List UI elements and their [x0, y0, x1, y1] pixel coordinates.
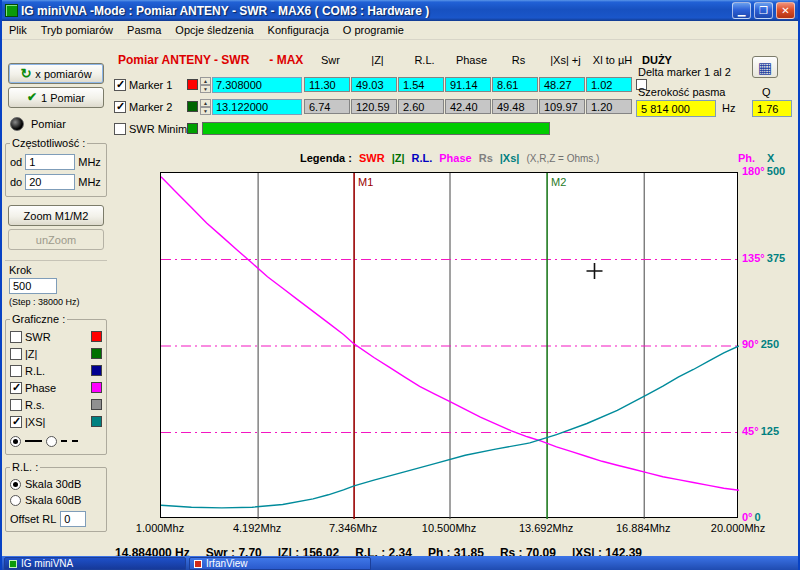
legend-xs: |Xs| [500, 152, 520, 164]
z-color-swatch [91, 348, 102, 359]
marker1-swr: 11.30 [304, 77, 350, 92]
spin-down-icon[interactable]: ▼ [200, 107, 211, 115]
marker-label-M1: M1 [358, 176, 373, 188]
marker2-phase: 42.40 [445, 99, 491, 114]
rl-checkbox[interactable] [10, 365, 22, 377]
graph-group-title: Graficzne : [10, 313, 67, 325]
app-icon [5, 4, 18, 17]
delta-calc-button[interactable]: ▦ [752, 56, 778, 78]
legend-rl: R.L. [412, 152, 433, 164]
marker1-spinner[interactable]: ▲▼ [200, 77, 211, 93]
status-rs: Rs : 70.09 [500, 546, 556, 556]
legend-phase: Phase [439, 152, 471, 164]
graph-option-rs[interactable]: R.s. [10, 396, 102, 413]
close-button[interactable]: ✕ [776, 2, 795, 19]
marker2-checkbox[interactable] [114, 101, 126, 113]
marker2-rl: 2.60 [398, 99, 444, 114]
dashed-line-radio[interactable] [46, 436, 57, 447]
status-bar: 14.884000 Hz Swr : 7.70 |Z| : 156.02 R.L… [110, 546, 798, 556]
scale-30db-radio[interactable] [10, 479, 21, 490]
refresh-icon: ↻ [20, 68, 31, 79]
titlebar[interactable]: IG miniVNA -Mode : Pomiar ANTENY - SWR -… [2, 0, 798, 21]
xs-color-swatch [91, 416, 102, 427]
graph-option-rl[interactable]: R.L. [10, 362, 102, 379]
menu-tryb-pomiarow[interactable]: Tryb pomiarów [34, 22, 120, 38]
multi-measure-button[interactable]: ↻ x pomiarów [8, 63, 104, 84]
status-z: |Z| : 156.02 [278, 546, 339, 556]
plot-area[interactable]: M1M2 [160, 172, 738, 518]
rs-checkbox[interactable] [10, 399, 22, 411]
spin-up-icon[interactable]: ▲ [200, 77, 211, 85]
marker1-xl: 1.02 [586, 77, 632, 92]
step-block: Krok (Step : 38000 Hz) [5, 260, 107, 307]
calculator-icon: ▦ [758, 60, 772, 75]
marker2-color-swatch [187, 101, 198, 112]
swr-minimum-row: SWR Minimu [114, 120, 550, 137]
graph-option-z[interactable]: |Z| [10, 345, 102, 362]
freq-to-input[interactable] [25, 174, 75, 190]
scale-60db-radio[interactable] [10, 495, 21, 506]
marker1-frequency[interactable]: 7.308000 [212, 77, 302, 93]
marker2-z: 120.59 [351, 99, 397, 114]
marker1-xs: 48.27 [539, 77, 585, 92]
marker1-row: Marker 1 ▲▼ 7.308000 11.30 49.03 1.54 91… [114, 76, 650, 93]
legend-swr: SWR [359, 152, 385, 164]
graph-option-xs[interactable]: |XS| [10, 413, 102, 430]
led-knob-icon[interactable] [10, 117, 24, 131]
maximize-button[interactable]: ❐ [754, 2, 773, 19]
marker2-label: Marker 2 [129, 101, 187, 113]
menu-o-programie[interactable]: O programie [336, 22, 411, 38]
freq-from-input[interactable] [25, 154, 75, 170]
single-measure-button[interactable]: ✔ 1 Pomiar [8, 87, 104, 108]
swr-color-swatch [91, 331, 102, 342]
bandwidth-unit: Hz [722, 102, 735, 114]
frequency-group-title: Częstotliwość : [10, 137, 87, 149]
freq-to-label: do [10, 176, 22, 188]
taskbar: IG miniVNA IrfanView [2, 556, 798, 570]
z-checkbox[interactable] [10, 348, 22, 360]
offset-rl-input[interactable] [60, 511, 86, 527]
rl-scale-30-option[interactable]: Skala 30dB [10, 476, 102, 492]
menu-opcje-sledzenia[interactable]: Opcje śledzenia [168, 22, 260, 38]
marker1-checkbox[interactable] [114, 79, 126, 91]
graph-option-swr[interactable]: SWR [10, 328, 102, 345]
menu-konfiguracja[interactable]: Konfiguracja [261, 22, 336, 38]
marker1-color-swatch [187, 79, 198, 90]
rs-color-swatch [91, 399, 102, 410]
taskbar-item-irfanview[interactable]: IrfanView [189, 557, 371, 570]
freq-from-unit: MHz [78, 156, 101, 168]
minimize-button[interactable]: ▁ [732, 2, 751, 19]
marker2-spinner[interactable]: ▲▼ [200, 99, 211, 115]
menu-pasma[interactable]: Pasma [120, 22, 168, 38]
spin-down-icon[interactable]: ▼ [200, 85, 211, 93]
marker2-xs: 109.97 [539, 99, 585, 114]
cursor-crosshair [587, 263, 603, 279]
menubar: Plik Tryb pomiarów Pasma Opcje śledzenia… [2, 21, 798, 40]
marker1-z: 49.03 [351, 77, 397, 92]
col-swr: Swr [307, 54, 354, 66]
line-style-row [10, 432, 102, 450]
right-axis-label: 135°375 [742, 252, 785, 264]
swr-checkbox[interactable] [10, 331, 22, 343]
zoom-m1-m2-button[interactable]: Zoom M1/M2 [8, 205, 104, 226]
swr-minimum-checkbox[interactable] [114, 123, 126, 135]
menu-plik[interactable]: Plik [2, 22, 34, 38]
marker2-frequency[interactable]: 13.122000 [212, 99, 302, 115]
graph-option-phase[interactable]: Phase [10, 379, 102, 396]
col-xs: |Xs| +j [542, 54, 589, 66]
freq-from-label: od [10, 156, 22, 168]
taskbar-item-igminivna[interactable]: IG miniVNA [4, 557, 186, 570]
right-axis-label: 180°500 [742, 165, 785, 177]
graph-options-group: Graficzne : SWR |Z| R.L. [5, 319, 107, 455]
solid-line-radio[interactable] [10, 436, 21, 447]
marker2-rs: 49.48 [492, 99, 538, 114]
col-z: |Z| [354, 54, 401, 66]
spin-up-icon[interactable]: ▲ [200, 99, 211, 107]
x-axis-label: 16.884Mhz [615, 522, 671, 534]
xs-checkbox[interactable] [10, 416, 22, 428]
step-input[interactable] [9, 278, 57, 294]
phase-checkbox[interactable] [10, 382, 22, 394]
rl-scale-60-option[interactable]: Skala 60dB [10, 492, 102, 508]
legend-row: Legenda : SWR |Z| R.L. Phase Rs |Xs| (X,… [110, 150, 798, 166]
phase-color-swatch [91, 382, 102, 393]
